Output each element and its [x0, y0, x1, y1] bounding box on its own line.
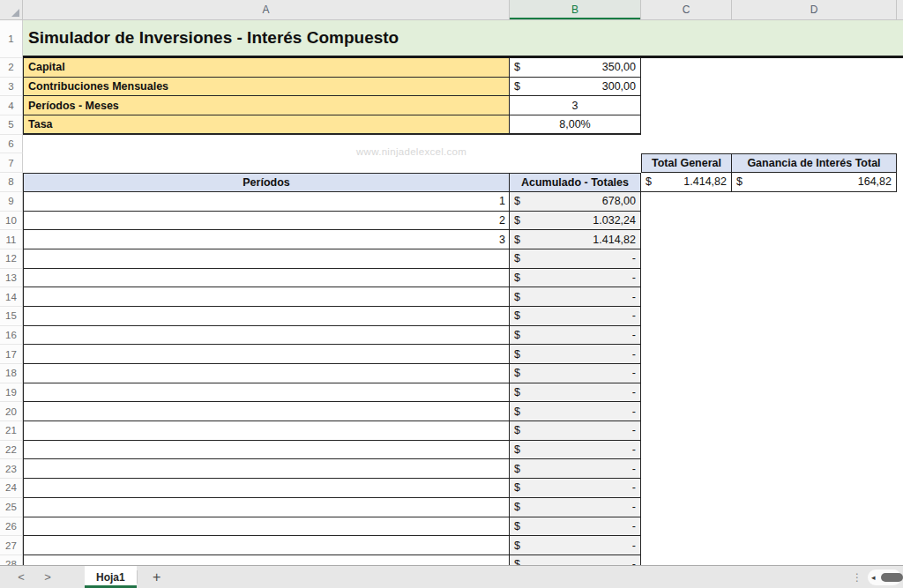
period-cell-19[interactable]: [23, 383, 510, 403]
next-sheet-icon[interactable]: >: [37, 566, 58, 588]
tab-splitter-handle[interactable]: ⋮: [852, 566, 862, 588]
period-cell-9[interactable]: 1: [23, 192, 510, 212]
row-header-4[interactable]: 4: [0, 96, 23, 115]
cell-value-3[interactable]: $300,00: [510, 78, 641, 97]
row-header-22[interactable]: 22: [0, 441, 23, 460]
period-cell-15[interactable]: [23, 307, 510, 326]
period-cell-17[interactable]: [23, 345, 510, 364]
row-header-26[interactable]: 26: [0, 517, 23, 537]
accumulated-cell-26[interactable]: $-: [510, 517, 641, 537]
accumulated-cell-19[interactable]: $-: [510, 383, 641, 403]
cell-label-3[interactable]: Contribuciones Mensuales: [23, 78, 510, 97]
add-sheet-button[interactable]: +: [138, 566, 176, 588]
row-header-8[interactable]: 8: [0, 173, 23, 192]
ganancia-value-cell[interactable]: $164,82: [732, 173, 897, 192]
periodos-header-cell[interactable]: Períodos: [23, 173, 510, 192]
row-header-12[interactable]: 12: [0, 249, 23, 269]
row-header-25[interactable]: 25: [0, 498, 23, 517]
period-cell-11[interactable]: 3: [23, 230, 510, 249]
column-header-a[interactable]: A: [23, 0, 510, 19]
scroll-left-icon[interactable]: ◂: [871, 573, 876, 582]
row-header-17[interactable]: 17: [0, 345, 23, 364]
period-cell-25[interactable]: [23, 498, 510, 517]
cell-title[interactable]: Simulador de Inversiones - Interés Compu…: [23, 20, 903, 58]
row-header-3[interactable]: 3: [0, 78, 23, 97]
accumulated-cell-12[interactable]: $-: [510, 249, 641, 269]
row-header-9[interactable]: 9: [0, 192, 23, 212]
accumulated-cell-20[interactable]: $-: [510, 402, 641, 421]
cell-label-2[interactable]: Capital: [23, 58, 510, 78]
column-header-c[interactable]: C: [641, 0, 732, 19]
cells-a7-b7-empty[interactable]: [23, 153, 641, 173]
row-header-14[interactable]: 14: [0, 287, 23, 307]
row-header-15[interactable]: 15: [0, 307, 23, 326]
accumulated-cell-14[interactable]: $-: [510, 287, 641, 307]
period-cell-13[interactable]: [23, 269, 510, 288]
period-cell-23[interactable]: [23, 459, 510, 479]
sheet-tab-hoja1[interactable]: Hoja1: [85, 566, 137, 588]
period-cell-21[interactable]: [23, 421, 510, 441]
accumulated-cell-23[interactable]: $-: [510, 459, 641, 479]
row-header-20[interactable]: 20: [0, 402, 23, 421]
cell-value-2[interactable]: $350,00: [510, 58, 641, 78]
column-header-d[interactable]: D: [732, 0, 897, 19]
accumulated-cell-16[interactable]: $-: [510, 326, 641, 346]
row-header-11[interactable]: 11: [0, 230, 23, 249]
row-header-16[interactable]: 16: [0, 326, 23, 346]
row-header-28[interactable]: 28: [0, 555, 23, 565]
row-header-24[interactable]: 24: [0, 479, 23, 498]
row-header-2[interactable]: 2: [0, 58, 23, 78]
horizontal-scrollbar[interactable]: ◂: [868, 569, 901, 585]
accumulated-cell-18[interactable]: $-: [510, 364, 641, 383]
accumulated-cell-27[interactable]: $-: [510, 536, 641, 555]
accumulated-cell-17[interactable]: $-: [510, 345, 641, 364]
cell-value-4[interactable]: 3: [510, 96, 641, 115]
period-cell-28[interactable]: [23, 555, 510, 565]
period-cell-12[interactable]: [23, 249, 510, 269]
cell-label-5[interactable]: Tasa: [23, 115, 510, 135]
row-header-27[interactable]: 27: [0, 536, 23, 555]
cell-value-5[interactable]: 8,00%: [510, 115, 641, 135]
row-header-10[interactable]: 10: [0, 212, 23, 231]
ganancia-header-cell[interactable]: Ganancia de Interés Total: [732, 153, 897, 173]
row-header-5[interactable]: 5: [0, 115, 23, 135]
accumulated-cell-11[interactable]: $1.414,82: [510, 230, 641, 249]
accumulated-cell-10[interactable]: $1.032,24: [510, 212, 641, 231]
row-header-7[interactable]: 7: [0, 153, 23, 173]
period-cell-22[interactable]: [23, 441, 510, 460]
period-cell-24[interactable]: [23, 479, 510, 498]
select-all-corner[interactable]: [0, 0, 23, 19]
row-header-19[interactable]: 19: [0, 383, 23, 403]
accumulated-cell-9[interactable]: $678,00: [510, 192, 641, 212]
accumulated-cell-13[interactable]: $-: [510, 269, 641, 288]
currency-symbol: $: [514, 424, 520, 436]
accumulated-cell-21[interactable]: $-: [510, 421, 641, 441]
period-cell-10[interactable]: 2: [23, 212, 510, 231]
row-header-23[interactable]: 23: [0, 459, 23, 479]
period-cell-26[interactable]: [23, 517, 510, 537]
spreadsheet-row: 16$-: [0, 326, 903, 346]
row-header-18[interactable]: 18: [0, 364, 23, 383]
accumulated-cell-15[interactable]: $-: [510, 307, 641, 326]
period-cell-16[interactable]: [23, 326, 510, 346]
column-header-b-selected[interactable]: B: [510, 0, 641, 19]
accumulated-cell-28[interactable]: $-: [510, 555, 641, 565]
period-cell-14[interactable]: [23, 287, 510, 307]
row-header-21[interactable]: 21: [0, 421, 23, 441]
row-header-1[interactable]: 1: [0, 20, 23, 58]
period-cell-18[interactable]: [23, 364, 510, 383]
row-header-13[interactable]: 13: [0, 269, 23, 288]
accumulated-cell-22[interactable]: $-: [510, 441, 641, 460]
accumulated-cell-25[interactable]: $-: [510, 498, 641, 517]
prev-sheet-icon[interactable]: <: [11, 566, 32, 588]
acumulado-header-cell[interactable]: Acumulado - Totales: [510, 173, 641, 192]
total-general-value-cell[interactable]: $1.414,82: [641, 173, 732, 192]
column-header-rest[interactable]: [897, 0, 903, 19]
period-cell-20[interactable]: [23, 402, 510, 421]
cell-label-4[interactable]: Períodos - Meses: [23, 96, 510, 115]
scrollbar-thumb[interactable]: [881, 573, 903, 582]
row-header-6[interactable]: 6: [0, 135, 23, 154]
total-general-header-cell[interactable]: Total General: [641, 153, 732, 173]
period-cell-27[interactable]: [23, 536, 510, 555]
accumulated-cell-24[interactable]: $-: [510, 479, 641, 498]
